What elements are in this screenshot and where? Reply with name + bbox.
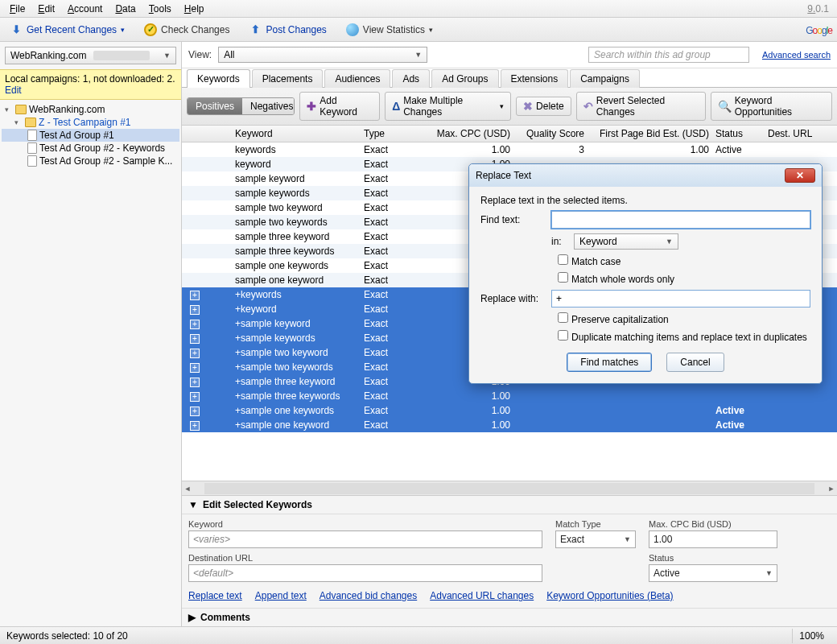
tree-account[interactable]: ▾WebRanking.com [2,103,179,116]
keyword-input[interactable] [188,530,542,548]
close-button[interactable]: ✕ [785,168,815,183]
chevron-down-icon: ▼ [624,535,631,543]
table-row[interactable]: ++sample one keywordsExact1.00Active [182,403,837,418]
replace-with-input[interactable] [551,290,810,308]
table-row[interactable]: ++sample one keywordExact1.00Active [182,418,837,432]
table-row[interactable]: ++sample three keywordsExact1.00 [182,389,837,403]
menu-tools[interactable]: Tools [142,2,178,16]
match-case-checkbox[interactable]: Match case [558,254,621,267]
in-dropdown[interactable]: Keyword▼ [574,233,678,250]
horizontal-scrollbar[interactable]: ◄► [182,481,837,495]
preserve-cap-checkbox[interactable]: Preserve capitalization [558,312,669,325]
folder-icon [15,105,27,114]
whole-words-checkbox[interactable]: Match whole words only [558,272,674,285]
dialog-titlebar[interactable]: Replace Text✕ [469,164,822,187]
tree-adgroup-3[interactable]: Test Ad Group #2 - Sample K... [2,155,179,167]
menu-data[interactable]: Data [109,2,142,16]
find-text-input[interactable] [551,211,810,229]
collapse-icon: ▾ [5,105,13,114]
pos-neg-toggle[interactable]: PositivesNegatives [187,97,295,115]
search-input[interactable]: Search within this ad group [588,47,749,63]
check-changes-button[interactable]: ✓Check Changes [139,22,234,38]
menu-account[interactable]: Account [61,2,109,16]
dest-url-label: Destination URL [188,553,542,563]
advanced-search-link[interactable]: Advanced search [762,50,831,60]
tree-campaign[interactable]: ▾Z - Test Campaign #1 [2,116,179,129]
keyword-opportunities-button[interactable]: 🔍Keyword Opportunities [711,92,832,121]
search-icon: 🔍 [718,100,732,113]
close-icon: ✕ [796,170,804,181]
dialog-description: Replace text in the selected items. [480,195,810,206]
plus-icon: + [190,305,200,315]
tab-audiences[interactable]: Audiences [324,69,390,88]
dest-url-input[interactable] [188,564,542,582]
plus-icon: + [190,363,200,373]
tab-adgroups[interactable]: Ad Groups [431,69,498,88]
tabs: Keywords Placements Audiences Ads Ad Gro… [182,68,837,88]
get-recent-changes-button[interactable]: ⬇Get Recent Changes▾ [5,22,130,38]
plus-icon: + [190,407,200,416]
tree-adgroup-2[interactable]: Test Ad Group #2 - Keywords [2,142,179,155]
append-text-link[interactable]: Append text [255,590,307,601]
x-icon: ✖ [523,100,533,113]
plus-icon: + [190,392,200,402]
view-dropdown[interactable]: All▼ [218,47,427,63]
tab-placements[interactable]: Placements [252,69,324,88]
status-dropdown[interactable]: Active▼ [649,564,777,582]
tab-extensions[interactable]: Extensions [501,69,569,88]
menu-help[interactable]: Help [178,2,211,16]
match-type-dropdown[interactable]: Exact▼ [555,530,636,548]
make-multiple-changes-button[interactable]: ΔMake Multiple Changes▾ [385,92,511,121]
view-label: View: [188,49,212,60]
replace-with-label: Replace with: [480,293,545,304]
table-row[interactable]: keywordsExact1.0031.00Active [182,142,837,157]
tree-adgroup-1[interactable]: Test Ad Group #1 [2,129,179,142]
cancel-button[interactable]: Cancel [666,353,724,372]
keyword-opp-link[interactable]: Keyword Opportunities (Beta) [546,590,673,601]
revert-button[interactable]: ↶Revert Selected Changes [576,92,706,121]
plus-icon: ✚ [307,100,316,113]
comments-header[interactable]: ▶Comments [182,608,837,626]
filter-bar: PositivesNegatives ✚Add Keyword ΔMake Mu… [182,88,837,126]
advanced-bid-link[interactable]: Advanced bid changes [320,590,417,601]
chevron-down-icon: ▼ [765,569,773,577]
tab-ads[interactable]: Ads [392,69,430,88]
max-cpc-input[interactable] [649,530,777,548]
toolbar: ⬇Get Recent Changes▾ ✓Check Changes ⬆Pos… [0,18,837,42]
tab-campaigns[interactable]: Campaigns [570,69,640,88]
delta-icon: Δ [392,100,400,113]
tab-keywords[interactable]: Keywords [187,69,250,88]
page-icon [27,142,37,154]
view-statistics-button[interactable]: View Statistics▾ [341,22,438,38]
plus-icon: + [190,378,200,387]
scroll-left-icon: ◄ [182,485,193,493]
chevron-down-icon: ▼ [163,52,171,60]
undo-icon: ↶ [583,100,593,113]
collapse-icon: ▼ [188,499,198,510]
grid-header[interactable]: Keyword Type Max. CPC (USD) Quality Scor… [182,126,837,142]
delete-button[interactable]: ✖Delete [516,97,571,116]
status-label: Status [649,553,777,563]
expand-icon: ▶ [188,612,196,623]
campaign-info-banner: Local campaigns: 1, not downloaded: 2. E… [0,69,181,100]
zoom-level[interactable]: 100% [792,629,831,643]
scroll-right-icon: ► [826,485,837,493]
advanced-url-link[interactable]: Advanced URL changes [430,590,534,601]
replace-text-link[interactable]: Replace text [188,590,242,601]
view-row: View: All▼ Search within this ad group A… [182,42,837,68]
add-keyword-button[interactable]: ✚Add Keyword [299,92,380,121]
version-label: 9.0.1 [801,2,834,16]
folder-icon [25,118,36,127]
match-type-label: Match Type [555,519,636,529]
edit-panel-header[interactable]: ▼Edit Selected Keywords [182,496,837,514]
account-tree: ▾WebRanking.com ▾Z - Test Campaign #1 Te… [0,100,181,171]
edit-campaigns-link[interactable]: Edit [5,85,22,96]
duplicate-checkbox[interactable]: Duplicate matching items and replace tex… [558,330,807,343]
post-changes-button[interactable]: ⬆Post Changes [244,22,331,38]
account-dropdown[interactable]: WebRanking.com▼ [5,47,176,64]
find-matches-button[interactable]: Find matches [567,353,652,372]
page-icon [27,155,37,167]
plus-icon: + [190,349,200,358]
menu-file[interactable]: File [3,2,31,16]
menu-edit[interactable]: Edit [31,2,61,16]
